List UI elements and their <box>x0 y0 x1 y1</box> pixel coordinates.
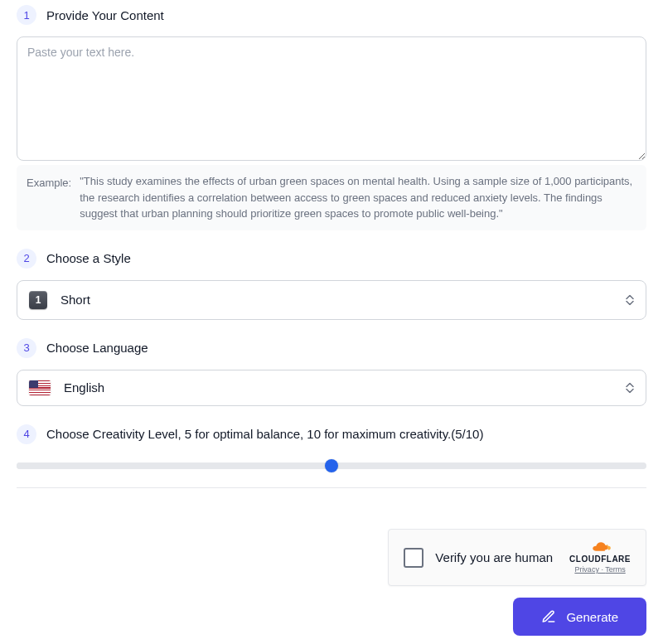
generate-button-label: Generate <box>566 610 618 624</box>
section-divider <box>17 487 646 488</box>
edit-icon <box>541 609 556 624</box>
step-1-badge: 1 <box>17 5 36 25</box>
captcha-privacy-link[interactable]: Privacy <box>574 565 599 574</box>
keycap-1-icon: 1 <box>29 291 47 309</box>
chevron-up-down-icon <box>626 382 634 393</box>
step-3-badge: 3 <box>17 338 36 358</box>
step-2-title: Choose a Style <box>46 251 131 265</box>
step-4-title: Choose Creativity Level, 5 for optimal b… <box>46 427 483 441</box>
captcha-terms-link[interactable]: Terms <box>605 565 626 574</box>
cloudflare-icon <box>588 541 612 553</box>
captcha-widget: Verify you are human CLOUDFLARE Privacy … <box>388 529 646 586</box>
step-2-badge: 2 <box>17 249 36 269</box>
step-1-header: 1 Provide Your Content <box>17 5 646 25</box>
generate-button[interactable]: Generate <box>513 598 646 636</box>
creativity-slider[interactable] <box>17 458 646 474</box>
captcha-label: Verify you are human <box>435 550 553 564</box>
creativity-slider-track <box>17 462 646 469</box>
example-box: Example: "This study examines the effect… <box>17 165 646 230</box>
style-selected-label: Short <box>60 293 90 307</box>
captcha-checkbox[interactable] <box>404 548 423 568</box>
captcha-brand-name: CLOUDFLARE <box>569 554 631 564</box>
language-select[interactable]: English <box>17 370 646 406</box>
step-1-title: Provide Your Content <box>46 8 164 22</box>
step-4-badge: 4 <box>17 424 36 444</box>
example-label: Example: <box>27 173 71 222</box>
step-4-header: 4 Choose Creativity Level, 5 for optimal… <box>17 424 646 444</box>
example-text: "This study examines the effects of urba… <box>80 173 636 222</box>
language-selected-label: English <box>64 380 104 395</box>
chevron-up-down-icon <box>626 294 634 305</box>
step-3-header: 3 Choose Language <box>17 338 646 358</box>
flag-us-icon <box>29 380 51 395</box>
step-2-header: 2 Choose a Style <box>17 249 646 269</box>
step-3-title: Choose Language <box>46 341 148 355</box>
style-select[interactable]: 1 Short <box>17 280 646 320</box>
captcha-brand: CLOUDFLARE Privacy · Terms <box>569 541 631 574</box>
content-textarea[interactable] <box>17 36 646 161</box>
